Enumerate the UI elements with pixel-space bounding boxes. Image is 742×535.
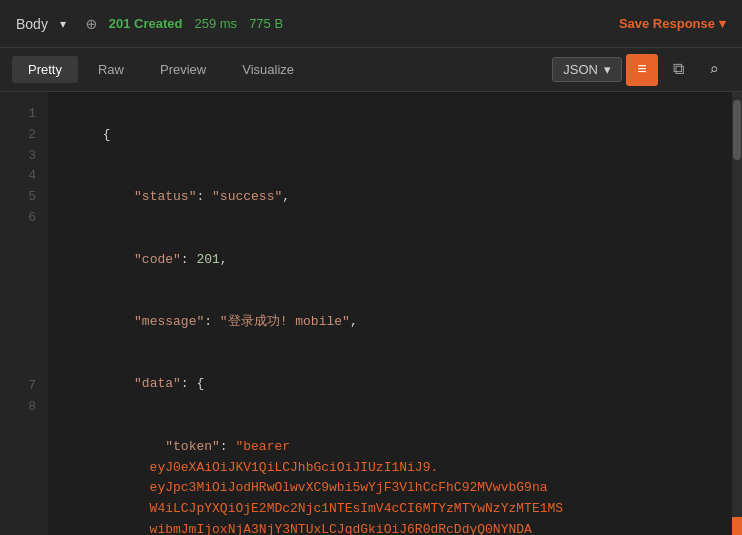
key-token: "token" (165, 439, 220, 454)
line-num-4: 4 (0, 166, 48, 187)
scrollbar-right[interactable] (732, 92, 742, 535)
wrap-icon-button[interactable]: ≡ (626, 54, 658, 86)
key-code: "code" (134, 252, 181, 267)
search-icon: ⌕ (709, 60, 719, 80)
code-line-4: "message": "登录成功! mobile", (56, 291, 724, 353)
code-line-5: "data": { (56, 354, 724, 416)
code-line-3: "code": 201, (56, 229, 724, 291)
code-line-1: { (56, 104, 724, 166)
copy-icon-button[interactable]: ⧉ (662, 54, 694, 86)
tab-bar: Pretty Raw Preview Visualize JSON ▾ ≡ ⧉ … (0, 48, 742, 92)
code-line-6: "token": "bearer eyJ0eXAiOiJKV1QiLCJhbGc… (56, 416, 724, 535)
globe-icon: ⊕ (86, 13, 97, 35)
line-num-5: 5 (0, 187, 48, 208)
response-time: 259 ms (194, 16, 237, 31)
val-token: "bearer eyJ0eXAiOiJKV1QiLCJhbGciOiJIUzI1… (56, 439, 563, 535)
key-status: "status" (134, 189, 196, 204)
key-data: "data" (134, 376, 181, 391)
code-content: { "status": "success", "code": 201, "mes… (48, 92, 732, 535)
code-area: 1 2 3 4 5 6 7 8 { "status": "success", "… (0, 92, 742, 535)
val-code: 201 (196, 252, 219, 267)
format-selector[interactable]: JSON ▾ (552, 57, 622, 82)
line-numbers: 1 2 3 4 5 6 7 8 (0, 92, 48, 535)
tab-raw[interactable]: Raw (82, 56, 140, 83)
body-dropdown-icon[interactable]: ▾ (60, 17, 66, 31)
response-size: 775 B (249, 16, 283, 31)
save-response-button[interactable]: Save Response ▾ (619, 16, 726, 31)
tab-visualize[interactable]: Visualize (226, 56, 310, 83)
toolbar: Body ▾ ⊕ 201 Created 259 ms 775 B Save R… (0, 0, 742, 48)
tab-preview[interactable]: Preview (144, 56, 222, 83)
val-status: "success" (212, 189, 282, 204)
line-num-6: 6 (0, 208, 48, 229)
code-line-2: "status": "success", (56, 166, 724, 228)
line-num-8: 8 (0, 397, 48, 418)
line-num-3: 3 (0, 146, 48, 167)
key-message: "message" (134, 314, 204, 329)
copy-icon: ⧉ (673, 60, 684, 79)
scrollbar-corner (732, 517, 742, 535)
status-code: 201 Created (109, 16, 183, 31)
line-num-7: 7 (0, 376, 48, 397)
wrap-icon: ≡ (637, 61, 647, 79)
brace-open: { (103, 127, 111, 142)
line-num-2: 2 (0, 125, 48, 146)
scrollbar-thumb (733, 100, 741, 160)
search-icon-button[interactable]: ⌕ (698, 54, 730, 86)
body-label: Body (16, 16, 48, 32)
line-num-1: 1 (0, 104, 48, 125)
val-message: "登录成功! mobile" (220, 314, 350, 329)
tab-pretty[interactable]: Pretty (12, 56, 78, 83)
